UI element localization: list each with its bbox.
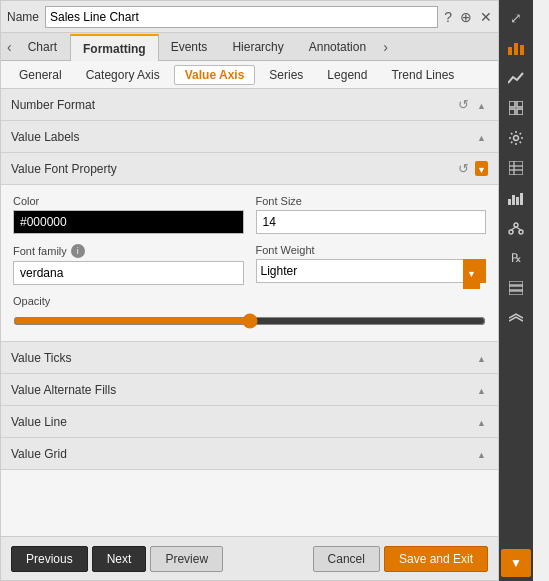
- opacity-slider-container: [13, 311, 486, 331]
- svg-rect-5: [509, 109, 515, 115]
- font-weight-label: Font Weight: [256, 244, 487, 256]
- tab-events[interactable]: Events: [159, 33, 221, 60]
- svg-line-19: [511, 227, 516, 230]
- color-input[interactable]: [13, 210, 244, 234]
- sidebar-download-icon[interactable]: ▼: [501, 549, 531, 577]
- color-label: Color: [13, 195, 244, 207]
- value-alternate-fills-label: Value Alternate Fills: [11, 383, 116, 397]
- svg-point-16: [514, 223, 518, 227]
- value-ticks-collapse-btn[interactable]: [475, 350, 488, 365]
- svg-rect-1: [514, 43, 518, 55]
- svg-point-7: [514, 136, 519, 141]
- subtab-trend-lines[interactable]: Trend Lines: [381, 66, 464, 84]
- chart-name-input[interactable]: [45, 6, 438, 28]
- opacity-label: Opacity: [13, 295, 486, 307]
- value-line-collapse-btn[interactable]: [475, 414, 488, 429]
- next-button[interactable]: Next: [92, 546, 147, 572]
- content-area: Number Format ↺ Value Labels Value Font …: [1, 89, 498, 536]
- section-value-line: Value Line: [1, 406, 498, 438]
- value-alternate-fills-collapse-btn[interactable]: [475, 382, 488, 397]
- move-icon[interactable]: ⊕: [460, 9, 472, 25]
- section-value-ticks-icons: [475, 350, 488, 365]
- number-format-refresh-btn[interactable]: ↺: [456, 97, 471, 112]
- bottom-left-buttons: Previous Next Preview: [11, 546, 223, 572]
- subtab-general[interactable]: General: [9, 66, 72, 84]
- sidebar-chart2-icon[interactable]: [501, 184, 531, 212]
- svg-rect-12: [508, 199, 511, 205]
- sidebar-grid-icon[interactable]: [501, 94, 531, 122]
- help-icon[interactable]: ?: [444, 9, 452, 25]
- svg-rect-6: [517, 109, 523, 115]
- cancel-button[interactable]: Cancel: [313, 546, 380, 572]
- opacity-slider[interactable]: [13, 313, 486, 329]
- svg-rect-13: [512, 195, 515, 205]
- tab-chart[interactable]: Chart: [16, 33, 70, 60]
- tab-next-button[interactable]: ›: [379, 33, 392, 60]
- font-size-input[interactable]: [256, 210, 487, 234]
- save-exit-button[interactable]: Save and Exit: [384, 546, 488, 572]
- subtab-series[interactable]: Series: [259, 66, 313, 84]
- color-group: Color: [13, 195, 244, 234]
- value-ticks-label: Value Ticks: [11, 351, 71, 365]
- tab-bar: ‹ Chart Formatting Events Hierarchy Anno…: [1, 33, 498, 61]
- section-value-grid-icons: [475, 446, 488, 461]
- subtab-value-axis[interactable]: Value Axis: [174, 65, 256, 85]
- sidebar-data-icon[interactable]: [501, 274, 531, 302]
- previous-button[interactable]: Previous: [11, 546, 88, 572]
- value-font-collapse-btn[interactable]: [475, 161, 488, 176]
- bottom-right-buttons: Cancel Save and Exit: [313, 546, 488, 572]
- svg-rect-21: [509, 281, 523, 285]
- number-format-collapse-btn[interactable]: [475, 97, 488, 112]
- sidebar-table-icon[interactable]: [501, 154, 531, 182]
- right-sidebar: ⤢ ℞ ▼: [499, 0, 533, 581]
- tab-formatting[interactable]: Formatting: [70, 34, 159, 61]
- sidebar-layers-icon[interactable]: [501, 304, 531, 332]
- font-family-input[interactable]: [13, 261, 244, 285]
- sidebar-expand-icon[interactable]: ⤢: [501, 4, 531, 32]
- subtab-category-axis[interactable]: Category Axis: [76, 66, 170, 84]
- sidebar-settings-icon[interactable]: [501, 124, 531, 152]
- sidebar-bar-chart-icon[interactable]: [501, 34, 531, 62]
- sidebar-analytics-icon[interactable]: [501, 64, 531, 92]
- value-font-refresh-btn[interactable]: ↺: [456, 161, 471, 176]
- section-value-font-icons: ↺: [456, 161, 488, 176]
- font-weight-select-wrapper: Lighter Normal Bold Bolder ▼: [256, 259, 487, 285]
- tab-annotation[interactable]: Annotation: [297, 33, 379, 60]
- svg-rect-2: [520, 45, 524, 55]
- value-line-label: Value Line: [11, 415, 67, 429]
- close-icon[interactable]: ✕: [480, 9, 492, 25]
- color-fontsize-row: Color Font Size: [13, 195, 486, 234]
- subtab-legend[interactable]: Legend: [317, 66, 377, 84]
- section-number-format-icons: ↺: [456, 97, 488, 112]
- bottom-bar: Previous Next Preview Cancel Save and Ex…: [1, 536, 498, 580]
- section-value-alternate-fills-icons: [475, 382, 488, 397]
- title-bar: Name ? ⊕ ✕: [1, 1, 498, 33]
- svg-rect-23: [509, 291, 523, 295]
- sidebar-network-icon[interactable]: [501, 214, 531, 242]
- font-weight-group: Font Weight Lighter Normal Bold Bolder ▼: [256, 244, 487, 285]
- section-value-labels-icons: [475, 129, 488, 144]
- font-weight-select[interactable]: Lighter Normal Bold Bolder: [256, 259, 487, 283]
- svg-rect-3: [509, 101, 515, 107]
- font-size-label: Font Size: [256, 195, 487, 207]
- tab-hierarchy[interactable]: Hierarchy: [220, 33, 296, 60]
- name-label: Name: [7, 10, 39, 24]
- tab-prev-button[interactable]: ‹: [3, 33, 16, 60]
- svg-rect-22: [509, 286, 523, 290]
- font-property-form: Color Font Size Font family i: [1, 185, 498, 342]
- section-value-line-icons: [475, 414, 488, 429]
- subtab-bar: General Category Axis Value Axis Series …: [1, 61, 498, 89]
- section-value-font-property: Value Font Property ↺: [1, 153, 498, 185]
- svg-rect-15: [520, 193, 523, 205]
- svg-rect-4: [517, 101, 523, 107]
- value-grid-collapse-btn[interactable]: [475, 446, 488, 461]
- value-font-property-label: Value Font Property: [11, 162, 117, 176]
- value-grid-label: Value Grid: [11, 447, 67, 461]
- font-family-label: Font family i: [13, 244, 244, 258]
- value-labels-collapse-btn[interactable]: [475, 129, 488, 144]
- font-family-info-icon: i: [71, 244, 85, 258]
- preview-button[interactable]: Preview: [150, 546, 223, 572]
- opacity-group: Opacity: [13, 295, 486, 331]
- sidebar-rx-icon[interactable]: ℞: [501, 244, 531, 272]
- section-value-alternate-fills: Value Alternate Fills: [1, 374, 498, 406]
